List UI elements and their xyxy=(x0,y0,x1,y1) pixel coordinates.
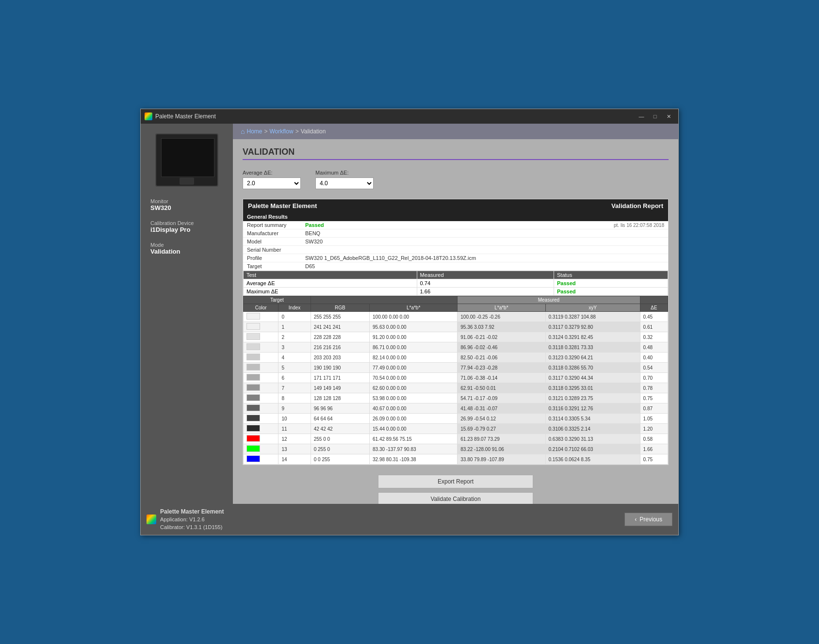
avg-de-test-label: Average ΔE xyxy=(244,279,417,288)
lab-target-cell: 82.14 0.00 0.00 xyxy=(370,353,458,363)
minimize-button[interactable]: — xyxy=(636,112,647,121)
app-icon xyxy=(145,113,152,120)
avg-de-select[interactable]: 2.0 1.0 3.0 xyxy=(243,177,301,189)
de-cell: 0.54 xyxy=(640,363,668,373)
de-cell: 0.58 xyxy=(640,434,668,444)
empty-th1 xyxy=(311,296,458,304)
titlebar-left: Palette Master Element xyxy=(145,113,216,120)
table-row: 5190 190 19077.49 0.00 0.0077.94 -0.23 -… xyxy=(244,363,668,373)
index-cell: 6 xyxy=(278,373,311,383)
breadcrumb-sep1: > xyxy=(264,128,267,135)
color-cell xyxy=(244,393,278,403)
color-cell xyxy=(244,373,278,383)
rgb-cell: 171 171 171 xyxy=(311,373,369,383)
footer-app-info: Palette Master Element Application: V1.2… xyxy=(147,508,224,531)
general-results-header: General Results xyxy=(243,212,668,221)
max-de-control: Maximum ΔE: 4.0 2.0 6.0 xyxy=(315,170,374,189)
table-row: 0255 255 255100.00 0.00 0.00100.00 -0.25… xyxy=(244,312,668,322)
xyy-cell: 0.3106 0.3325 2.14 xyxy=(545,424,640,434)
color-cell xyxy=(244,363,278,373)
index-cell: 8 xyxy=(278,393,311,403)
titlebar: Palette Master Element — □ ✕ xyxy=(141,109,678,124)
xyy-cell: 0.3114 0.3305 5.34 xyxy=(545,414,640,424)
avg-de-status: Passed xyxy=(554,279,668,288)
manufacturer-value: BENQ xyxy=(301,229,668,238)
lab-measured-cell: 91.06 -0.21 -0.02 xyxy=(458,332,545,342)
serial-value xyxy=(301,246,668,254)
max-de-result-row: Maximum ΔE 1.66 Passed xyxy=(244,288,668,296)
lab-measured-cell: 41.48 -0.31 -0.07 xyxy=(458,403,545,414)
color-cell xyxy=(244,434,278,444)
lab-target-cell: 86.71 0.00 0.00 xyxy=(370,342,458,353)
lab-target-cell: 32.98 80.31 -109.38 xyxy=(370,454,458,465)
manufacturer-label: Manufacturer xyxy=(243,229,301,238)
rgb-cell: 241 241 241 xyxy=(311,322,369,332)
rgb-cell: 0 255 0 xyxy=(311,444,369,454)
report-summary-value: Passed xyxy=(301,221,416,229)
lab-measured-cell: 83.22 -128.00 91.06 xyxy=(458,444,545,454)
xyy-cell: 0.3118 0.3281 73.33 xyxy=(545,342,640,353)
lab-target-cell: 40.67 0.00 0.00 xyxy=(370,403,458,414)
de-cell: 1.05 xyxy=(640,414,668,424)
lab-target-cell: 53.98 0.00 0.00 xyxy=(370,393,458,403)
report-header: Palette Master Element Validation Report xyxy=(243,199,668,212)
calibration-device-value: i1Display Pro xyxy=(146,226,190,233)
titlebar-controls: — □ ✕ xyxy=(636,112,674,121)
rgb-cell: 190 190 190 xyxy=(311,363,369,373)
sidebar: Monitor SW320 Calibration Device i1Displ… xyxy=(141,124,233,504)
col-lab-target: L*a*b* xyxy=(370,304,458,312)
table-row: 3216 216 21686.71 0.00 0.0086.96 -0.02 -… xyxy=(244,342,668,353)
window-body: Monitor SW320 Calibration Device i1Displ… xyxy=(141,124,678,504)
table-row: 996 96 9640.67 0.00 0.0041.48 -0.31 -0.0… xyxy=(244,403,668,414)
lab-target-cell: 83.30 -137.97 90.83 xyxy=(370,444,458,454)
close-button[interactable]: ✕ xyxy=(663,112,674,121)
max-de-label: Maximum ΔE: xyxy=(315,170,374,176)
xyy-cell: 0.1536 0.0624 8.35 xyxy=(545,454,640,465)
profile-value: SW320 1_D65_AdobeRGB_L110_G22_Rel_2018-0… xyxy=(301,254,668,262)
report-summary-row: Report summary Passed pt. lis 16 22:07:5… xyxy=(243,221,668,229)
previous-button[interactable]: ‹ Previous xyxy=(624,513,672,526)
lab-measured-cell: 26.99 -0.54 0.12 xyxy=(458,414,545,424)
color-cell xyxy=(244,454,278,465)
col-lab-measured: L*a*b* xyxy=(458,304,545,312)
rgb-cell: 203 203 203 xyxy=(311,353,369,363)
avg-de-control: Average ΔE: 2.0 1.0 3.0 xyxy=(243,170,301,189)
measured-section-header: Measured xyxy=(458,296,640,304)
validate-calibration-button[interactable]: Validate Calibration xyxy=(378,492,533,504)
maximize-button[interactable]: □ xyxy=(649,112,661,121)
xyy-cell: 0.3119 0.3287 104.88 xyxy=(545,312,640,322)
footer-app-version: Application: V1.2.6 xyxy=(160,516,224,523)
manufacturer-row: Manufacturer BENQ xyxy=(243,229,668,238)
xyy-cell: 0.3117 0.3279 92.80 xyxy=(545,322,640,332)
target-row: Target D65 xyxy=(243,262,668,271)
max-de-select[interactable]: 4.0 2.0 6.0 xyxy=(315,177,374,189)
breadcrumb-workflow-link[interactable]: Workflow xyxy=(270,128,294,135)
report-container: Palette Master Element Validation Report… xyxy=(243,199,669,465)
rgb-cell: 228 228 228 xyxy=(311,332,369,342)
page-area: VALIDATION Average ΔE: 2.0 1.0 3.0 Maxim… xyxy=(233,139,678,504)
max-de-test-label: Maximum ΔE xyxy=(244,288,417,296)
color-cell xyxy=(244,383,278,393)
rgb-cell: 128 128 128 xyxy=(311,393,369,403)
table-row: 1241 241 24195.63 0.00 0.0095.36 3.03 7.… xyxy=(244,322,668,332)
col-de: ΔE xyxy=(640,304,668,312)
report-app-name: Palette Master Element xyxy=(248,202,317,209)
export-report-button[interactable]: Export Report xyxy=(378,475,533,488)
monitor-image xyxy=(155,133,218,187)
lab-measured-cell: 54.71 -0.17 -0.09 xyxy=(458,393,545,403)
breadcrumb-home-link[interactable]: Home xyxy=(246,128,262,135)
color-cell xyxy=(244,424,278,434)
main-content: ⌂ Home > Workflow > Validation VALIDATIO… xyxy=(233,124,678,504)
color-cell xyxy=(244,322,278,332)
footer-icon xyxy=(147,515,156,524)
lab-measured-cell: 100.00 -0.25 -0.26 xyxy=(458,312,545,322)
table-row: 2228 228 22891.20 0.00 0.0091.06 -0.21 -… xyxy=(244,332,668,342)
test-col-header: Test xyxy=(244,271,417,279)
results-header-row: Test Measured Status xyxy=(244,271,668,279)
mode-value: Validation xyxy=(146,248,180,255)
serial-row: Serial Number xyxy=(243,246,668,254)
de-cell: 0.87 xyxy=(640,403,668,414)
index-cell: 7 xyxy=(278,383,311,393)
lab-measured-cell: 95.36 3.03 7.92 xyxy=(458,322,545,332)
color-cell xyxy=(244,312,278,322)
